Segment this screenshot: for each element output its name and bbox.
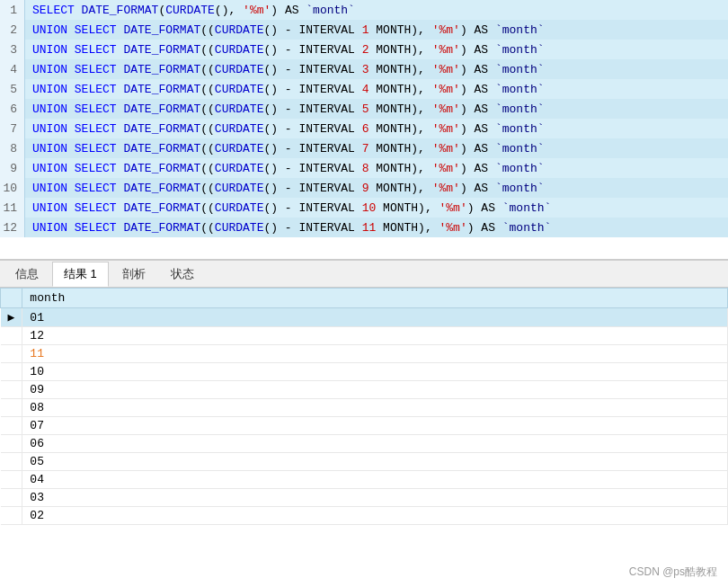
table-row[interactable]: 12 bbox=[1, 327, 728, 345]
code-token: '%m' bbox=[432, 122, 460, 136]
code-token: UNION SELECT bbox=[32, 83, 123, 96]
code-token: 4 bbox=[362, 83, 369, 96]
code-token: () - INTERVAL bbox=[263, 63, 361, 76]
code-token: ) AS bbox=[271, 4, 306, 17]
table-row[interactable]: 03 bbox=[1, 489, 728, 507]
code-token: `month` bbox=[495, 162, 545, 175]
code-token: UNION SELECT bbox=[32, 43, 123, 57]
code-token: ) AS bbox=[460, 83, 495, 96]
table-row[interactable]: 10 bbox=[1, 363, 728, 381]
row-marker-cell bbox=[1, 417, 22, 435]
code-token: UNION SELECT bbox=[32, 201, 123, 215]
month-cell: 01 bbox=[22, 308, 728, 327]
code-token: `month` bbox=[495, 43, 545, 57]
line-number: 2 bbox=[0, 20, 25, 40]
code-token: `month` bbox=[495, 122, 545, 136]
table-row[interactable]: 02 bbox=[1, 507, 728, 525]
code-token: DATE_FORMAT bbox=[123, 182, 200, 195]
code-token: DATE_FORMAT bbox=[123, 122, 200, 136]
line-content: UNION SELECT DATE_FORMAT((CURDATE() - IN… bbox=[25, 182, 728, 195]
code-token: UNION SELECT bbox=[32, 102, 123, 116]
code-token: `month` bbox=[495, 142, 545, 156]
code-token: '%m' bbox=[432, 142, 460, 156]
line-number: 3 bbox=[0, 40, 25, 59]
row-marker-cell bbox=[1, 327, 22, 345]
results-body: ▶011211100908070605040302 bbox=[1, 308, 728, 525]
code-token: SELECT bbox=[32, 4, 82, 17]
tab-item[interactable]: 剖析 bbox=[111, 262, 157, 287]
month-column-header: month bbox=[22, 289, 728, 308]
code-token: (( bbox=[200, 142, 215, 156]
table-row[interactable]: 04 bbox=[1, 471, 728, 489]
sql-editor[interactable]: 1SELECT DATE_FORMAT(CURDATE(), '%m') AS … bbox=[0, 0, 728, 261]
line-content: UNION SELECT DATE_FORMAT((CURDATE() - IN… bbox=[25, 43, 728, 57]
line-number: 10 bbox=[0, 178, 25, 198]
line-content: UNION SELECT DATE_FORMAT((CURDATE() - IN… bbox=[25, 102, 728, 116]
results-table: month ▶011211100908070605040302 bbox=[0, 288, 728, 525]
code-token: CURDATE bbox=[215, 83, 264, 96]
table-row[interactable]: 07 bbox=[1, 417, 728, 435]
code-token: MONTH), bbox=[369, 83, 432, 96]
code-line: 10UNION SELECT DATE_FORMAT((CURDATE() - … bbox=[0, 178, 728, 198]
code-line: 8UNION SELECT DATE_FORMAT((CURDATE() - I… bbox=[0, 138, 728, 158]
row-marker-cell bbox=[1, 435, 22, 453]
code-line: 11UNION SELECT DATE_FORMAT((CURDATE() - … bbox=[0, 198, 728, 218]
tabs-bar: 信息结果 1剖析状态 bbox=[0, 261, 728, 288]
code-token: UNION SELECT bbox=[32, 23, 123, 37]
table-row[interactable]: 06 bbox=[1, 435, 728, 453]
line-content: UNION SELECT DATE_FORMAT((CURDATE() - IN… bbox=[25, 23, 728, 37]
code-token: ) AS bbox=[460, 122, 495, 136]
code-token: CURDATE bbox=[215, 23, 264, 37]
table-row[interactable]: 09 bbox=[1, 381, 728, 399]
code-token: CURDATE bbox=[215, 182, 264, 195]
tab-item[interactable]: 信息 bbox=[4, 262, 50, 287]
row-marker-cell bbox=[1, 363, 22, 381]
code-token: `month` bbox=[495, 63, 545, 76]
table-row[interactable]: 11 bbox=[1, 345, 728, 363]
code-token: `month` bbox=[502, 201, 552, 215]
month-cell: 09 bbox=[22, 381, 728, 399]
table-row[interactable]: ▶01 bbox=[1, 308, 728, 327]
code-token: MONTH), bbox=[369, 162, 432, 175]
code-token: `month` bbox=[306, 4, 355, 17]
row-marker-cell bbox=[1, 471, 22, 489]
code-token: (( bbox=[200, 83, 215, 96]
code-token: () - INTERVAL bbox=[263, 83, 361, 96]
row-marker-cell bbox=[1, 507, 22, 525]
code-token: MONTH), bbox=[369, 122, 432, 136]
code-token: CURDATE bbox=[215, 201, 264, 215]
watermark: CSDN @ps酷教程 bbox=[629, 565, 717, 580]
code-token: CURDATE bbox=[215, 122, 264, 136]
month-cell: 12 bbox=[22, 327, 728, 345]
table-row[interactable]: 08 bbox=[1, 399, 728, 417]
code-token: () - INTERVAL bbox=[263, 122, 361, 136]
code-token: (( bbox=[200, 63, 215, 76]
line-content: UNION SELECT DATE_FORMAT((CURDATE() - IN… bbox=[25, 122, 728, 136]
line-number: 7 bbox=[0, 119, 25, 138]
code-token: '%m' bbox=[432, 63, 460, 76]
month-cell: 11 bbox=[22, 345, 728, 363]
code-lines: 1SELECT DATE_FORMAT(CURDATE(), '%m') AS … bbox=[0, 0, 728, 259]
code-token: DATE_FORMAT bbox=[123, 142, 200, 156]
line-number: 11 bbox=[0, 198, 25, 218]
code-token: MONTH), bbox=[369, 43, 432, 57]
code-token: `month` bbox=[495, 83, 545, 96]
code-token: CURDATE bbox=[215, 221, 264, 235]
code-token: (( bbox=[200, 201, 215, 215]
row-marker-cell: ▶ bbox=[1, 308, 22, 327]
code-token: UNION SELECT bbox=[32, 182, 123, 195]
month-cell: 06 bbox=[22, 435, 728, 453]
code-line: 9UNION SELECT DATE_FORMAT((CURDATE() - I… bbox=[0, 158, 728, 178]
code-token: (( bbox=[200, 182, 215, 195]
code-token: (), bbox=[215, 4, 243, 17]
tab-item[interactable]: 结果 1 bbox=[52, 262, 109, 287]
table-row[interactable]: 05 bbox=[1, 453, 728, 471]
code-token: '%m' bbox=[432, 23, 460, 37]
row-marker-cell bbox=[1, 489, 22, 507]
month-cell: 03 bbox=[22, 489, 728, 507]
code-token: MONTH), bbox=[376, 221, 439, 235]
code-token: () - INTERVAL bbox=[263, 182, 361, 195]
tab-item[interactable]: 状态 bbox=[159, 262, 206, 287]
code-token: '%m' bbox=[432, 83, 460, 96]
code-token: UNION SELECT bbox=[32, 142, 123, 156]
